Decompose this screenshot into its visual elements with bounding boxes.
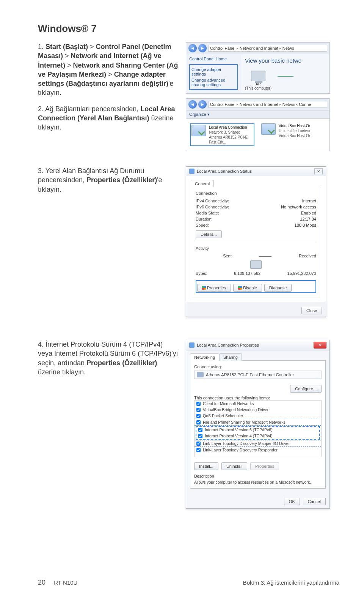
item-label: Internet Protocol Version 4 (TCP/IPv4): [205, 434, 273, 438]
this-computer: AR (This computer): [245, 71, 271, 90]
properties-button[interactable]: Properties: [197, 284, 231, 292]
dash: ———: [259, 254, 271, 258]
cp-body: Control Panel Home Change adapter settin…: [186, 54, 329, 93]
list-item-ipv4[interactable]: Internet Protocol Version 4 (TCP/IPv4): [196, 433, 319, 439]
chevron-right-icon: ▸: [279, 46, 281, 50]
organize-toolbar[interactable]: Organize ▾: [186, 110, 329, 119]
nc-info: Local Area Connection Network 3, Shared …: [209, 125, 253, 145]
uses-items-label: This connection uses the following items…: [194, 396, 322, 400]
shield-icon: [238, 286, 242, 290]
close-button[interactable]: Close: [301, 307, 322, 314]
nc-info: VirtualBox Host-Or Unidentified netwo Vi…: [279, 123, 310, 146]
install-button[interactable]: Install...: [194, 462, 218, 470]
s1-p3: >: [65, 62, 73, 69]
list-item[interactable]: Client for Microsoft Networks: [195, 401, 321, 407]
row-duration: Duration:12:17:04: [196, 216, 316, 222]
back-button[interactable]: ◄: [188, 100, 197, 109]
step-4-row: 4. İnternet Protokolü Sürüm 4 (TCP/IPv4)…: [38, 340, 339, 509]
description-box: Description Allows your computer to acce…: [194, 474, 322, 484]
forward-button[interactable]: ►: [198, 44, 207, 52]
ok-cancel-row: OK Cancel: [186, 492, 329, 508]
k: Speed:: [196, 223, 209, 227]
description-text: Allows your computer to access resources…: [194, 480, 322, 484]
item-buttons: Install... Uninstall Properties: [194, 460, 322, 470]
list-item[interactable]: VirtualBox Bridged Networking Driver: [195, 407, 321, 413]
breadcrumb[interactable]: Control Panel ▸ Network and Internet ▸ N…: [208, 101, 327, 108]
k: Media State:: [196, 211, 219, 215]
v: Internet: [302, 199, 316, 203]
network-adapter-icon: [191, 125, 206, 136]
close-button[interactable]: ✕: [314, 342, 326, 349]
pc-sub: (This computer): [245, 86, 271, 90]
dialog-title: Local Area Connection Properties: [197, 343, 259, 347]
vbox-l3: VirtualBox Host-Or: [279, 133, 310, 138]
disable-button[interactable]: Disable: [233, 284, 262, 292]
virtualbox-host-item[interactable]: VirtualBox Host-Or Unidentified netwo Vi…: [261, 123, 326, 146]
tab-sharing[interactable]: Sharing: [219, 353, 242, 361]
vbox-l2: Unidentified netwo: [279, 128, 310, 133]
step-1-row: 1. Start (Başlat) > Control Panel (Denet…: [38, 42, 339, 151]
cp-main: View your basic netwo AR (This computer): [241, 54, 329, 93]
row-ipv4: IPv4 Connectivity:Internet: [196, 198, 316, 204]
item-label: Link-Layer Topology Discovery Responder: [203, 448, 278, 452]
list-item[interactable]: Link-Layer Topology Discovery Responder: [195, 447, 321, 453]
list-item[interactable]: QoS Packet Scheduler: [195, 413, 321, 419]
ok-button[interactable]: OK: [284, 498, 300, 505]
tab-networking[interactable]: Networking: [190, 353, 219, 361]
local-area-connection-item[interactable]: Local Area Connection Network 3, Shared …: [190, 123, 254, 146]
lbl: Disable: [243, 286, 257, 290]
recv-label: Received: [299, 254, 316, 258]
item-label: File and Printer Sharing for Microsoft N…: [203, 420, 286, 424]
tab-pane: Connection IPv4 Connectivity:Internet IP…: [191, 187, 321, 298]
lac-l2: Network 3, Shared: [209, 130, 253, 135]
dialog-body: General Connection IPv4 Connectivity:Int…: [186, 176, 326, 302]
sent-label: Sent: [223, 254, 232, 258]
nc-body: Local Area Connection Network 3, Shared …: [186, 119, 329, 151]
vbox-name: VirtualBox Host-Or: [279, 123, 310, 128]
cp-home-link[interactable]: Control Panel Home: [189, 57, 238, 61]
tab-general[interactable]: General: [191, 180, 214, 187]
step-1-para: 1. Start (Başlat) > Control Panel (Denet…: [38, 42, 178, 98]
checkbox[interactable]: [198, 428, 202, 432]
description-label: Description: [194, 474, 322, 478]
network-connections-window: ◄ ► Control Panel ▸ Network and Internet…: [186, 98, 330, 151]
cancel-button[interactable]: Cancel: [303, 498, 326, 505]
checkbox[interactable]: [196, 414, 201, 418]
cp-sidebar: Control Panel Home Change adapter settin…: [186, 54, 241, 93]
nic-box: Atheros AR8152 PCI-E Fast Ethernet Contr…: [194, 371, 322, 379]
change-adapter-settings-link[interactable]: Change adapter settings: [191, 67, 235, 76]
step-2-para: 2. Ağ Bağlantıları penceresinden, Local …: [38, 104, 178, 132]
crumb-network-conne: Network Conne: [282, 102, 311, 107]
cp-address-bar: ◄ ► Control Panel ▸ Network and Internet…: [186, 43, 329, 54]
checkbox[interactable]: [196, 448, 201, 452]
items-list[interactable]: Client for Microsoft Networks VirtualBox…: [194, 400, 322, 457]
forward-button[interactable]: ►: [198, 100, 207, 109]
checkbox[interactable]: [196, 402, 201, 406]
details-button[interactable]: Details...: [196, 230, 222, 238]
crumb-control-panel: Control Panel: [210, 102, 235, 107]
step-1-text: 1. Start (Başlat) > Control Panel (Denet…: [38, 42, 178, 132]
step-3-para: 3. Yerel Alan Bağlantısı Ağ Durumu pence…: [38, 166, 178, 194]
configure-button[interactable]: Configure...: [290, 385, 322, 393]
back-button[interactable]: ◄: [188, 44, 197, 52]
list-item[interactable]: Link-Layer Topology Discovery Mapper I/O…: [195, 440, 321, 447]
breadcrumb[interactable]: Control Panel ▸ Network and Internet ▸ N…: [208, 45, 327, 52]
uninstall-button[interactable]: Uninstall: [221, 462, 247, 470]
checkbox[interactable]: [196, 408, 201, 412]
checkbox[interactable]: [198, 434, 202, 438]
diagnose-button[interactable]: Diagnose: [264, 284, 292, 292]
bytes-label: Bytes:: [196, 271, 207, 276]
change-adv-sharing-link[interactable]: Change advanced sharing settings: [191, 78, 235, 87]
v: 100.0 Mbps: [295, 223, 316, 227]
crumb-control-panel: Control Panel: [210, 46, 235, 50]
list-item-ipv6[interactable]: Internet Protocol Version 6 (TCP/IPv6): [196, 427, 319, 433]
close-button[interactable]: ✕: [314, 168, 323, 174]
checkbox[interactable]: [196, 420, 201, 424]
checkbox[interactable]: [196, 442, 201, 446]
footer-left: 20 RT-N10U: [38, 579, 77, 587]
list-item[interactable]: File and Printer Sharing for Microsoft N…: [195, 419, 321, 426]
properties-button[interactable]: Properties: [250, 462, 279, 470]
bytes-sent: 6,109,137,562: [234, 271, 260, 276]
step-3-num: 3.: [38, 167, 46, 175]
crumb-netwo: Netwo: [282, 46, 294, 50]
